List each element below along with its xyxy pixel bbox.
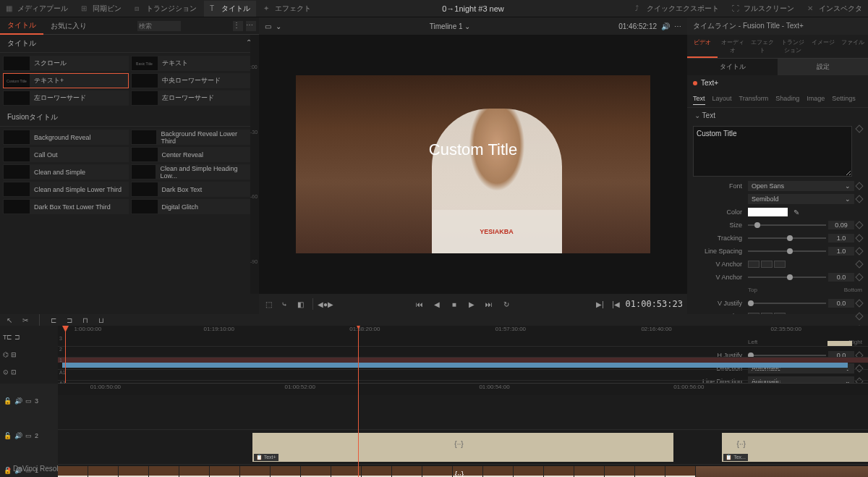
speaker-icon[interactable]: 🔊 [14, 397, 22, 405]
text-section-header[interactable]: Text [687, 108, 868, 123]
size-value[interactable]: 0.09 [828, 221, 854, 229]
trans-tool1[interactable]: ⬚ [263, 299, 273, 309]
fusion-center-reveal[interactable]: Center Reveal [131, 147, 257, 162]
playhead[interactable] [358, 326, 359, 477]
insp-tab-effects[interactable]: エフェクト [747, 35, 778, 58]
font-select[interactable]: Open Sans⌄ [748, 181, 854, 191]
loop[interactable]: ↻ [501, 299, 511, 309]
tab-titles[interactable]: Tタイトル [204, 1, 256, 17]
tl-tool-fit[interactable]: ⊔ [96, 315, 106, 325]
timeline-name[interactable]: Timeline 1 [430, 22, 463, 30]
tracking-slider[interactable] [748, 237, 826, 239]
fusion-clean-lt[interactable]: Clean and Simple Lower Third [3, 182, 129, 197]
mini-playhead[interactable] [65, 326, 66, 383]
fusion-darkbox[interactable]: Dark Box Text [131, 182, 257, 197]
kf-va2[interactable] [855, 273, 863, 281]
go-end[interactable]: ▶| [595, 299, 605, 309]
tl-tool-arrow[interactable]: ↖ [4, 315, 14, 325]
color-swatch[interactable] [748, 208, 788, 216]
kf-va[interactable] [855, 260, 863, 268]
prop-tab-transform[interactable]: Transform [739, 93, 769, 105]
tracking-value[interactable]: 1.0 [828, 234, 854, 242]
tab-transitions[interactable]: ⧈トランジション [129, 1, 203, 17]
track-head-v2[interactable]: 🔓🔊▭2 [0, 418, 58, 453]
prop-tab-image[interactable]: Image [807, 93, 825, 105]
title-item-text-plus[interactable]: Custom Titleテキスト+ [3, 73, 129, 88]
fusion-callout[interactable]: Call Out [3, 147, 129, 162]
vjustify-slider[interactable] [748, 303, 826, 304]
kf-weight[interactable] [855, 195, 863, 203]
linespacing-slider[interactable] [748, 250, 826, 252]
kf-size[interactable] [855, 221, 863, 229]
title-item-left-lower2[interactable]: 左ローワーサード [131, 90, 257, 106]
insp-tab-file[interactable]: ファイル [838, 35, 868, 58]
insp-tab-video[interactable]: ビデオ [687, 35, 718, 58]
viewer-canvas[interactable]: :00-30-60-90 YESIAKBA Custom Title [259, 35, 687, 294]
eyedropper-icon[interactable]: ✎ [793, 208, 799, 216]
speaker-icon[interactable]: 🔊 [661, 22, 670, 30]
prev-clip[interactable]: ⏮ [414, 299, 425, 309]
insp-tab-image[interactable]: イメージ [808, 35, 838, 58]
panel-tab-titles[interactable]: タイトル [0, 17, 43, 35]
subtab-settings[interactable]: 設定 [778, 59, 868, 75]
prop-tab-layout[interactable]: Layout [712, 93, 732, 105]
title-item-basic[interactable]: Basic Titleテキスト [131, 56, 257, 71]
go-start[interactable]: |◀ [611, 299, 621, 309]
kf-ls[interactable] [855, 247, 863, 255]
tab-effects[interactable]: ✦エフェクト [258, 1, 317, 17]
tl-side-tool2[interactable]: ⌬ ⊟ [3, 351, 55, 358]
subtab-title[interactable]: タイトル [687, 59, 778, 75]
vanchor-boxes[interactable] [748, 261, 786, 268]
step-back[interactable]: ◀ [432, 299, 442, 309]
tl-tool-insert[interactable]: ⊏ [48, 315, 59, 325]
tab-media-pool[interactable]: ▦メディアプール [0, 1, 74, 17]
stop[interactable]: ■ [449, 299, 459, 309]
track-head-v3[interactable]: 🔓🔊▭3 [0, 384, 58, 418]
size-slider[interactable] [748, 224, 826, 226]
kf-font[interactable] [855, 182, 863, 190]
tl-side-tool1[interactable]: T⊏ ⊐ [3, 334, 55, 341]
mini-timeline[interactable]: 1:00:00:00 01:19:10:00 01:38:20:00 01:57… [58, 326, 868, 384]
timeline-tracks[interactable]: 1:00:00:00 01:19:10:00 01:38:20:00 01:57… [58, 326, 868, 477]
clip-text-2[interactable]: {··} 📋 Tex... [722, 433, 868, 462]
prop-tab-settings[interactable]: Settings [832, 93, 856, 105]
kf-vj[interactable] [855, 299, 863, 307]
title-item-center-lower[interactable]: 中央ローワーサード [131, 73, 257, 88]
fusion-clean-heading[interactable]: Clean and Simple Heading Low... [131, 164, 257, 180]
inspector-toggle[interactable]: ✕インスペクタ [801, 1, 868, 17]
fusion-bg-reveal-lt[interactable]: Background Reveal Lower Third [131, 130, 257, 145]
prop-tab-shading[interactable]: Shading [775, 93, 799, 105]
quick-export[interactable]: ⤴クイックエクスポート [629, 1, 725, 17]
viewer-timecode[interactable]: 01:00:53:23 [626, 299, 683, 309]
prop-tab-text[interactable]: Text [693, 93, 705, 105]
clip-video-main[interactable]: {··} [58, 466, 868, 477]
lock-icon[interactable]: 🔓 [4, 397, 12, 405]
tab-sync-bin[interactable]: ⊞同期ビン [75, 1, 127, 17]
fusion-darkbox-lt[interactable]: Dark Box Text Lower Third [3, 199, 129, 214]
vjustify-value[interactable]: 0.0 [828, 299, 854, 308]
title-item-left-lower[interactable]: 左ローワーサード [3, 90, 129, 106]
tl-tool-overwrite[interactable]: ⊐ [64, 315, 75, 325]
tl-side-tool3[interactable]: ⊙ ⊡ [3, 368, 55, 376]
mark-in[interactable]: ◀●▶ [320, 299, 331, 309]
next-clip[interactable]: ⏭ [484, 299, 494, 309]
insp-tab-trans[interactable]: トランジション [778, 35, 808, 58]
vanchor-slider[interactable] [748, 277, 826, 278]
font-weight-select[interactable]: Semibold⌄ [748, 194, 854, 204]
fusion-clean-simple[interactable]: Clean and Simple [3, 164, 129, 180]
text-value-input[interactable] [693, 126, 852, 177]
panel-tab-favorites[interactable]: お気に入り [43, 18, 94, 34]
fusion-bg-reveal[interactable]: Background Reveal [3, 130, 129, 145]
play[interactable]: ▶ [467, 299, 477, 309]
panel-tool-more[interactable]: ⋯ [246, 21, 256, 31]
title-item-scroll[interactable]: スクロール [3, 56, 129, 71]
search-input[interactable] [137, 21, 181, 31]
trans-tool2[interactable]: ⤷ [279, 299, 289, 309]
panel-tool-expand[interactable]: ⋮ [233, 21, 243, 31]
fullscreen[interactable]: ⛶フルスクリーン [726, 1, 800, 17]
tl-tool-cut[interactable]: ✂ [20, 315, 30, 325]
clip-text-plus[interactable]: {··} 📋 Text+ [252, 433, 673, 462]
fusion-glitch[interactable]: Digital Glitch [131, 199, 257, 214]
zoom-indicator[interactable]: ▭ [265, 22, 271, 30]
vanchor-value[interactable]: 0.0 [828, 273, 854, 282]
